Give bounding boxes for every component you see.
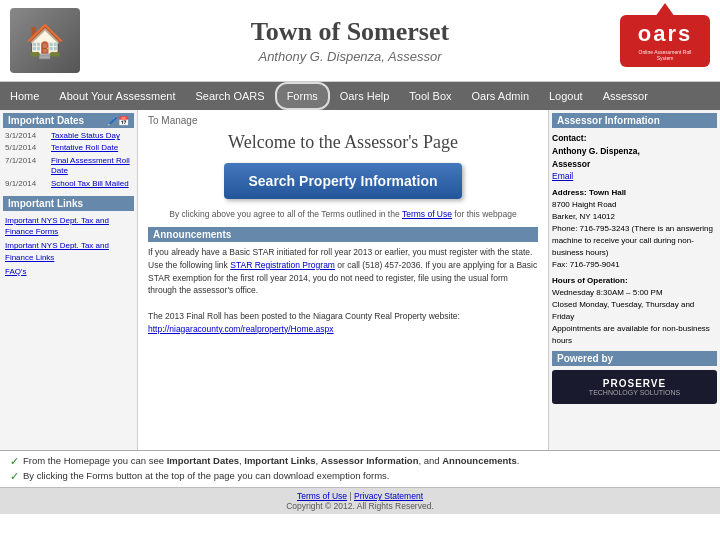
hours-label: Hours of Operation: xyxy=(552,275,717,287)
date-link-1[interactable]: Taxable Status Day xyxy=(51,131,120,141)
oars-logo-container: oars Online Assessment Roll System xyxy=(620,8,710,73)
nav-toolbox[interactable]: Tool Box xyxy=(399,82,461,110)
address-label: Address: Town Hall xyxy=(552,187,717,199)
niagara-link[interactable]: http://niagaracounty.com/realproperty/Ho… xyxy=(148,324,334,334)
date-link-3[interactable]: Final Assessment Roll Date xyxy=(51,156,132,177)
important-dates-header: Important Dates 🖊️📅 xyxy=(3,113,134,128)
nav-forms[interactable]: Forms xyxy=(275,82,330,110)
nav-search-oars[interactable]: Search OARS xyxy=(186,82,275,110)
tip-text-1: From the Homepage you can see Important … xyxy=(23,455,519,466)
date-4: 9/1/2014 xyxy=(5,179,51,188)
terms-link[interactable]: Terms of Use xyxy=(402,209,452,219)
header-center: Town of Somerset Anthony G. Dispenza, As… xyxy=(80,17,620,64)
date-row-4: 9/1/2014 School Tax Bill Mailed xyxy=(3,178,134,190)
sidebar-link-block: Important NYS Dept. Tax and Finance Form… xyxy=(3,213,134,279)
footer-privacy[interactable]: Privacy Statement xyxy=(354,491,423,501)
site-subtitle: Anthony G. Dispenza, Assessor xyxy=(80,49,620,64)
contact-label: Contact: xyxy=(552,132,717,145)
logo-left: 🏠 xyxy=(10,8,80,73)
date-link-2[interactable]: Tentative Roll Date xyxy=(51,143,118,153)
nav-logout[interactable]: Logout xyxy=(539,82,593,110)
contact-block: Contact: Anthony G. Dispenza, Assessor E… xyxy=(552,132,717,183)
sidebar-link-2[interactable]: Important NYS Dept. Tax and Finance Link… xyxy=(5,240,132,262)
footer: Terms of Use | Privacy Statement Copyrig… xyxy=(0,487,720,514)
tip-row-2: ✓ By clicking the Forms button at the to… xyxy=(10,470,710,483)
date-row-2: 5/1/2014 Tentative Roll Date xyxy=(3,142,134,154)
date-link-4[interactable]: School Tax Bill Mailed xyxy=(51,179,129,189)
date-2: 5/1/2014 xyxy=(5,143,51,152)
contact-name: Anthony G. Dispenza, xyxy=(552,145,717,158)
contact-email[interactable]: Email xyxy=(552,171,573,181)
checkmark-2: ✓ xyxy=(10,470,19,483)
oars-logo-subtext: Online Assessment Roll System xyxy=(630,49,700,61)
welcome-title: Welcome to the Assessor's Page xyxy=(148,132,538,153)
footer-terms[interactable]: Terms of Use xyxy=(297,491,347,501)
nav-help[interactable]: Oars Help xyxy=(330,82,400,110)
address-block: Address: Town Hall 8700 Haight RoadBarke… xyxy=(552,187,717,271)
footer-copyright: Copyright © 2012. All Rights Reserved. xyxy=(286,501,434,511)
right-sidebar: Assessor Information Contact: Anthony G.… xyxy=(548,110,720,450)
date-row-1: 3/1/2014 Taxable Status Day xyxy=(3,130,134,142)
header: 🏠 Town of Somerset Anthony G. Dispenza, … xyxy=(0,0,720,82)
nav-assessor[interactable]: Assessor xyxy=(593,82,658,110)
navigation: Home About Your Assessment Search OARS F… xyxy=(0,82,720,110)
checkmark-1: ✓ xyxy=(10,455,19,468)
tip-row-1: ✓ From the Homepage you can see Importan… xyxy=(10,455,710,468)
nav-admin[interactable]: Oars Admin xyxy=(462,82,539,110)
tip-bar: ✓ From the Homepage you can see Importan… xyxy=(0,450,720,487)
terms-notice: By clicking above you agree to all of th… xyxy=(148,209,538,219)
oars-logo: oars Online Assessment Roll System xyxy=(620,15,710,67)
main-content: Important Dates 🖊️📅 3/1/2014 Taxable Sta… xyxy=(0,110,720,450)
star-link[interactable]: STAR Registration Program xyxy=(230,260,335,270)
announcements-body: If you already have a Basic STAR initiat… xyxy=(148,246,538,335)
hours-text: Wednesday 8:30AM – 5:00 PMClosed Monday,… xyxy=(552,287,717,347)
important-links-header: Important Links xyxy=(3,196,134,211)
site-title: Town of Somerset xyxy=(80,17,620,47)
house-icon: 🏠 xyxy=(25,22,65,60)
center-content: To Manage Welcome to the Assessor's Page… xyxy=(138,110,548,450)
address-text: 8700 Haight RoadBarker, NY 14012Phone: 7… xyxy=(552,199,717,271)
announcements-header: Announcements xyxy=(148,227,538,242)
oars-logo-text: oars xyxy=(630,21,700,47)
sidebar-link-3[interactable]: FAQ's xyxy=(5,266,132,277)
proserve-line1: PROSERVE xyxy=(556,378,713,389)
search-property-button[interactable]: Search Property Information xyxy=(224,163,461,199)
nav-about[interactable]: About Your Assessment xyxy=(49,82,185,110)
sidebar-icons: 🖊️📅 xyxy=(107,116,129,126)
tip-text-2: By clicking the Forms button at the top … xyxy=(23,470,389,481)
date-3: 7/1/2014 xyxy=(5,156,51,165)
contact-title: Assessor xyxy=(552,158,717,171)
sidebar-link-1[interactable]: Important NYS Dept. Tax and Finance Form… xyxy=(5,215,132,237)
powered-header: Powered by xyxy=(552,351,717,366)
hours-block: Hours of Operation: Wednesday 8:30AM – 5… xyxy=(552,275,717,347)
proserve-logo: PROSERVE TECHNOLOGY SOLUTIONS xyxy=(552,370,717,404)
manage-label: To Manage xyxy=(148,115,538,126)
assessor-info-header: Assessor Information xyxy=(552,113,717,128)
oars-arrow-up xyxy=(655,3,675,17)
nav-home[interactable]: Home xyxy=(0,82,49,110)
date-1: 3/1/2014 xyxy=(5,131,51,140)
date-row-3: 7/1/2014 Final Assessment Roll Date xyxy=(3,155,134,178)
left-sidebar: Important Dates 🖊️📅 3/1/2014 Taxable Sta… xyxy=(0,110,138,450)
proserve-line2: TECHNOLOGY SOLUTIONS xyxy=(556,389,713,396)
